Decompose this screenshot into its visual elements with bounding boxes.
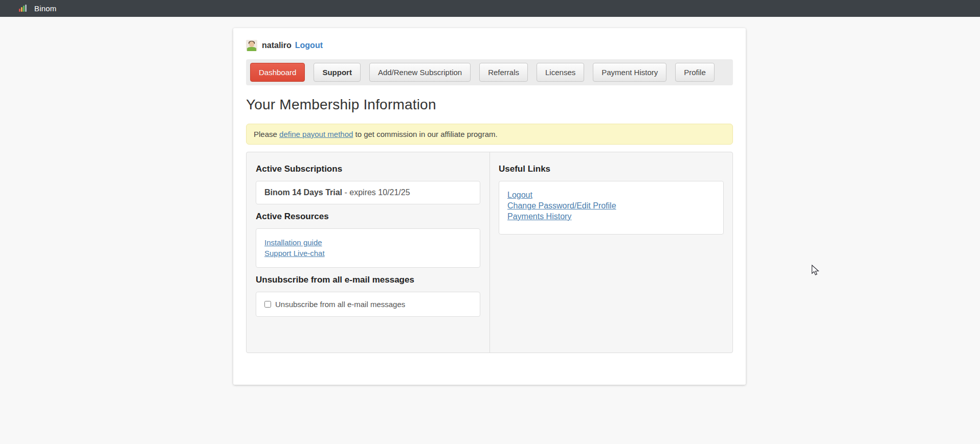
subscription-item: Binom 14 Days Trial - expires 10/21/25: [264, 188, 472, 197]
unsubscribe-box: Unsubscribe from all e-mail messages: [256, 292, 480, 317]
top-bar: Binom: [0, 0, 980, 17]
nav-tabs: Dashboard Support Add/Renew Subscription…: [246, 59, 733, 85]
tab-licenses[interactable]: Licenses: [537, 63, 584, 82]
tab-add-renew-subscription[interactable]: Add/Renew Subscription: [369, 63, 471, 82]
panel-left-column: Active Subscriptions Binom 14 Days Trial…: [247, 152, 490, 353]
payments-history-link[interactable]: Payments History: [507, 211, 571, 222]
unsubscribe-heading: Unsubscribe from all e-mail messages: [256, 275, 480, 285]
useful-links-heading: Useful Links: [499, 164, 724, 174]
mouse-cursor-icon: [811, 265, 822, 277]
subscription-expiry: - expires 10/21/25: [345, 188, 410, 197]
tab-dashboard[interactable]: Dashboard: [250, 63, 305, 82]
tab-support[interactable]: Support: [314, 63, 361, 82]
unsubscribe-checkbox[interactable]: [264, 301, 271, 308]
active-resources-heading: Active Resources: [256, 212, 480, 222]
brand-label: Binom: [34, 4, 57, 13]
tab-profile[interactable]: Profile: [675, 63, 715, 82]
logout-link[interactable]: Logout: [507, 190, 532, 200]
alert-text-after: to get commission in our affiliate progr…: [355, 130, 498, 138]
payout-alert: Please define payout method to get commi…: [246, 124, 733, 145]
installation-guide-link[interactable]: Installation guide: [264, 237, 322, 248]
tab-payment-history[interactable]: Payment History: [593, 63, 666, 82]
useful-links-box: Logout Change Password/Edit Profile Paym…: [499, 181, 724, 235]
active-subscriptions-heading: Active Subscriptions: [256, 164, 480, 174]
user-row: nataliro Logout: [246, 39, 733, 52]
membership-card: nataliro Logout Dashboard Support Add/Re…: [233, 28, 746, 385]
membership-panel: Active Subscriptions Binom 14 Days Trial…: [246, 152, 733, 353]
panel-right-column: Useful Links Logout Change Password/Edit…: [490, 152, 732, 353]
bar-chart-icon: [19, 4, 28, 13]
tab-referrals[interactable]: Referrals: [479, 63, 528, 82]
define-payout-method-link[interactable]: define payout method: [279, 130, 353, 138]
avatar: [246, 40, 257, 51]
logout-link-top[interactable]: Logout: [295, 41, 323, 50]
subscription-name: Binom 14 Days Trial: [264, 188, 342, 197]
resources-box: Installation guide Support Live-chat: [256, 228, 480, 268]
alert-text-before: Please: [254, 130, 277, 138]
user-name: nataliro: [262, 41, 292, 50]
unsubscribe-label: Unsubscribe from all e-mail messages: [264, 300, 472, 309]
subscription-box: Binom 14 Days Trial - expires 10/21/25: [256, 181, 480, 204]
page-title: Your Membership Information: [246, 97, 733, 113]
support-live-chat-link[interactable]: Support Live-chat: [264, 248, 325, 259]
change-password-edit-profile-link[interactable]: Change Password/Edit Profile: [507, 200, 616, 211]
unsubscribe-checkbox-text: Unsubscribe from all e-mail messages: [275, 300, 405, 309]
